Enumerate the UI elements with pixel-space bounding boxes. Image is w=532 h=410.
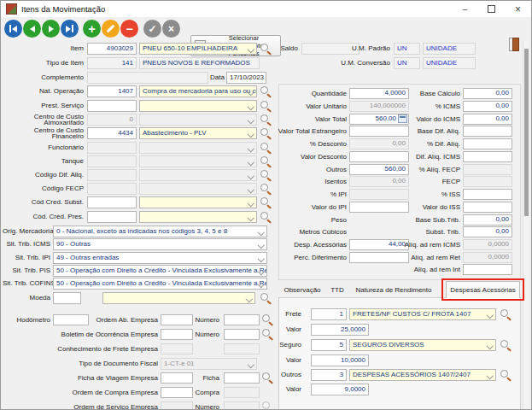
ficha-numero-field[interactable] — [224, 372, 260, 384]
cc-almoxarifado-lookup-icon[interactable] — [260, 114, 272, 126]
aliq-ad-rem-int-field[interactable] — [463, 264, 512, 275]
tanque-lookup-icon[interactable] — [260, 155, 272, 167]
ordem-servico-numero-field — [224, 401, 260, 410]
door-icon — [512, 38, 519, 51]
outros-despesa-combo[interactable]: DESPESAS ACESSÓRIOS 1407/2407 — [349, 369, 496, 381]
subst-trib-field[interactable]: 0,00 — [463, 226, 512, 237]
valor-iss-field[interactable] — [463, 202, 512, 213]
cc-financeiro-code-field[interactable]: 4434 — [87, 127, 137, 139]
cancel-button[interactable]: × — [162, 20, 180, 38]
frete-combo[interactable]: FRETES/NF CUSTOS C/ FROTA 1407 — [349, 308, 496, 320]
nat-operacao-code-field[interactable]: 1407 — [87, 85, 137, 97]
cod-cred-subst-code-field[interactable] — [87, 196, 137, 208]
sit-trib-ipi-select[interactable]: 49 - Outras entradas — [53, 252, 267, 264]
moeda-code-field[interactable] — [53, 292, 81, 304]
item-lookup-icon[interactable] — [260, 43, 272, 55]
item-code-field[interactable]: 4903029 — [87, 43, 137, 55]
valor-desconto-label: Valor Desconto — [272, 151, 347, 163]
um-conversao-label: U.M. Conversão — [325, 57, 390, 69]
perc-icms-label: % ICMS — [400, 101, 460, 113]
fecp-field — [463, 176, 512, 187]
saldo-label: Saldo — [272, 43, 298, 55]
cc-financeiro-combo[interactable]: Abastecimento - PLV — [139, 127, 257, 139]
perc-aliq-fecp-label: % Alíq. FECP — [400, 164, 460, 176]
tab-despesas-acessorias[interactable]: Despesas Acessórias — [446, 281, 520, 298]
orig-mercadoria-label: Orig. Mercadoria — [3, 226, 50, 237]
item-label: Item — [3, 43, 84, 55]
tab-ttd[interactable]: TTD — [327, 283, 348, 297]
data-field[interactable]: 17/10/2023 — [226, 72, 266, 84]
sit-trib-icms-select[interactable]: 90 - Outras — [53, 238, 267, 250]
compra-numero-field — [224, 387, 260, 398]
tipo-item-code-field: 141 — [87, 57, 137, 69]
outros-despesa-label: Outros — [267, 369, 301, 381]
maximize-icon — [488, 5, 495, 13]
previous-record-button[interactable] — [23, 20, 41, 38]
nat-operacao-combo[interactable]: Compra de mercadoria para uso ou consumo… — [139, 85, 257, 97]
aliq-ad-rem-ret-field: 0,0000 — [463, 252, 512, 263]
cod-cred-pres-combo[interactable] — [139, 211, 257, 223]
cc-financeiro-lookup-icon[interactable] — [260, 127, 272, 139]
minimize-button[interactable]: – — [452, 1, 478, 17]
edit-record-button[interactable] — [102, 20, 120, 38]
last-record-button[interactable] — [61, 20, 79, 38]
base-sub-trib-field[interactable]: 0,00 — [463, 214, 512, 226]
prest-servico-code-field[interactable] — [87, 100, 137, 112]
perc-iss-field[interactable] — [463, 189, 512, 200]
outros-despesa-code-field[interactable]: 3 — [311, 369, 347, 381]
perc-icms-field[interactable]: 0,00 — [463, 101, 512, 112]
hodometro-label: Hodômetro — [3, 314, 50, 326]
outros-despesa-lookup-icon[interactable] — [500, 369, 512, 381]
valor-icms-field[interactable]: 0,00 — [463, 114, 512, 125]
x-icon: × — [168, 24, 174, 34]
moeda-lookup-icon[interactable] — [260, 292, 272, 304]
moeda-combo[interactable] — [102, 292, 255, 304]
perc-dif-aliq-field[interactable] — [463, 138, 512, 149]
frete-code-field[interactable]: 1 — [311, 308, 347, 320]
first-record-button[interactable] — [4, 20, 22, 38]
maximize-button[interactable] — [478, 1, 505, 17]
boletim-numero-field[interactable] — [224, 329, 260, 340]
seguro-code-field[interactable]: 5 — [311, 339, 347, 351]
cod-cred-subst-lookup-icon[interactable] — [260, 196, 272, 208]
exit-button[interactable] — [509, 38, 521, 52]
seguro-valor-field[interactable]: 10,0000 — [311, 354, 369, 366]
compra-label: Compra — [180, 387, 219, 399]
confirm-button[interactable]: ✓ — [143, 20, 161, 38]
funcionario-lookup-icon[interactable] — [260, 142, 272, 154]
perc-dif-aliq-label: % Dif. Alíq. — [400, 138, 460, 150]
codigo-fecp-lookup-icon[interactable] — [260, 183, 272, 195]
seguro-combo[interactable]: SEGUROS DIVERSOS — [349, 339, 496, 351]
add-record-button[interactable]: + — [83, 20, 101, 38]
tab-natureza-rendimento[interactable]: Natureza de Rendimento — [349, 283, 438, 297]
cod-cred-pres-lookup-icon[interactable] — [260, 211, 272, 223]
dif-aliq-icms-field[interactable] — [463, 151, 512, 162]
scrollbar-thumb[interactable] — [524, 49, 529, 216]
sit-trib-pis-select[interactable]: 50 - Operação com Direito a Crédito - Vi… — [53, 265, 267, 277]
close-button[interactable]: × — [505, 1, 531, 17]
seguro-lookup-icon[interactable] — [500, 339, 512, 351]
complemento-field — [87, 72, 208, 84]
ordem-compra-label: Ordem de Compra Empresa — [52, 387, 158, 399]
frete-valor-field[interactable]: 25,0000 — [311, 324, 369, 336]
conhecimento-frete-label: Conhecimento de Frete Empresa — [52, 343, 158, 355]
base-calculo-field[interactable]: 0,00 — [463, 88, 512, 99]
prest-servico-combo[interactable] — [139, 100, 257, 112]
sit-trib-cofins-select[interactable]: 50 - Operação com Direito a Crédito - Vi… — [53, 278, 267, 290]
prest-servico-lookup-icon[interactable] — [260, 100, 272, 112]
delete-record-button[interactable]: − — [120, 20, 138, 38]
frete-lookup-icon[interactable] — [500, 308, 512, 320]
codigo-dif-aliq-lookup-icon[interactable] — [260, 169, 272, 181]
tab-observacao[interactable]: Observação — [281, 283, 324, 297]
cod-cred-pres-code-field[interactable] — [87, 211, 137, 223]
base-dif-aliq-field[interactable] — [463, 126, 512, 137]
item-combo[interactable]: PNEU 650-10 EMPILHADEIRA — [139, 43, 257, 55]
next-record-button[interactable] — [42, 20, 60, 38]
nat-operacao-lookup-icon[interactable] — [260, 85, 272, 97]
base-dif-aliq-label: Base Dif. Alíq. — [400, 126, 460, 138]
cod-cred-subst-combo[interactable] — [139, 196, 257, 208]
cod-cred-subst-label: Cód Cred. Subst. — [3, 196, 84, 208]
orig-mercadoria-select[interactable]: 0 - Nacional, exceto as indicadas nos có… — [53, 226, 267, 237]
ordem-ab-numero-field[interactable] — [224, 314, 260, 325]
outros-valor-field[interactable]: 9,0000 — [311, 384, 369, 395]
